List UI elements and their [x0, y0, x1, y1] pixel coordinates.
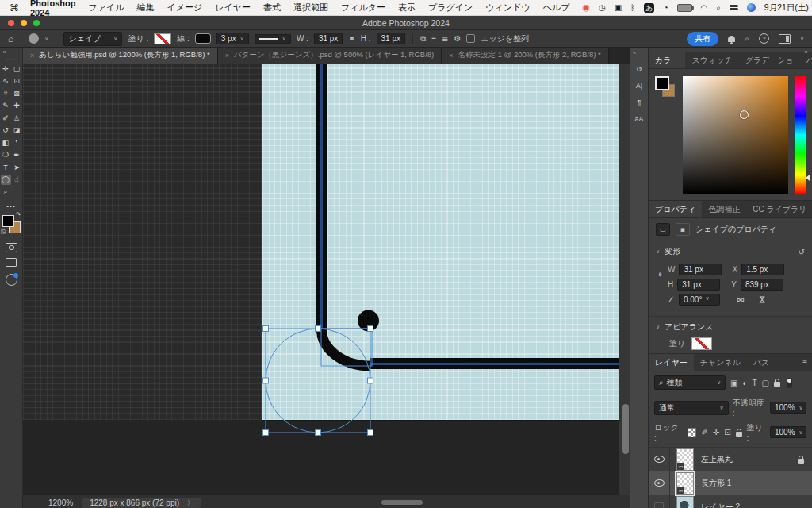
- blur-tool[interactable]: ❜: [12, 137, 22, 148]
- tab-channels[interactable]: チャンネル: [694, 354, 747, 371]
- blend-mode-select[interactable]: 通常 ∨: [654, 401, 729, 415]
- close-tab-icon[interactable]: ×: [30, 52, 34, 60]
- edit-toolbar-icon[interactable]: •••: [6, 202, 15, 210]
- align-edges-checkbox[interactable]: [466, 34, 475, 43]
- appearance-section-chevron-icon[interactable]: ∨: [656, 324, 660, 330]
- input-method-icon[interactable]: あ: [644, 3, 654, 13]
- stroke-swatch[interactable]: [195, 33, 211, 44]
- document-info[interactable]: 1228 px x 866 px (72 ppi) 〉: [82, 498, 201, 508]
- siri-icon[interactable]: [747, 3, 756, 12]
- gradient-tool[interactable]: ◧: [1, 137, 11, 148]
- filter-locked-layers-icon[interactable]: [774, 382, 780, 387]
- filter-toggle-switch[interactable]: [787, 378, 792, 388]
- tab-layers[interactable]: レイヤー: [649, 354, 694, 371]
- path-alignment-icon[interactable]: ≡: [431, 34, 436, 43]
- transform-section-chevron-icon[interactable]: ∨: [656, 248, 660, 255]
- shape-settings-gear-icon[interactable]: ⚙: [454, 34, 461, 43]
- layer-visibility-toggle-empty[interactable]: [654, 502, 664, 508]
- prop-x-input[interactable]: 1.5 px: [741, 264, 784, 275]
- tab-properties[interactable]: プロパティ: [649, 201, 702, 217]
- color-field[interactable]: [683, 76, 788, 194]
- brush-tool[interactable]: ✐: [1, 113, 11, 123]
- tool-mode-select[interactable]: シェイプ ∨: [63, 32, 122, 46]
- control-center-icon[interactable]: [730, 5, 738, 11]
- lock-all-icon[interactable]: [736, 432, 742, 437]
- quick-mask-mode-icon[interactable]: [6, 243, 17, 252]
- prop-width-input[interactable]: 31 px: [679, 264, 722, 275]
- layers-panel-menu-icon[interactable]: ≡: [802, 354, 812, 371]
- foreground-color-swatch[interactable]: [2, 215, 14, 227]
- bluetooth-icon[interactable]: ᛒ: [630, 3, 635, 12]
- layer-thumbnail[interactable]: [676, 496, 694, 508]
- tab-cc-libraries[interactable]: CC ライブラリ: [746, 201, 812, 217]
- lock-position-icon[interactable]: ✛: [713, 428, 719, 437]
- shape-props-icon[interactable]: ▭: [656, 223, 670, 236]
- layer-fill-input[interactable]: 100% ∨: [770, 426, 806, 438]
- tool-preset-chevron-icon[interactable]: ∨: [44, 36, 48, 42]
- vertical-scrollbar-track[interactable]: [619, 64, 630, 495]
- zoom-window-button[interactable]: [33, 20, 40, 26]
- close-tab-icon[interactable]: ×: [449, 52, 453, 60]
- share-button[interactable]: 共有: [687, 32, 718, 46]
- screen-mode-icon[interactable]: [6, 258, 17, 267]
- tab-adjustments[interactable]: 色調補正: [702, 201, 746, 217]
- glyphs-panel-icon[interactable]: aA: [635, 115, 644, 123]
- stroke-type-select[interactable]: ∨: [255, 34, 291, 44]
- workspace-chevron-icon[interactable]: ∨: [800, 36, 804, 42]
- crop-tool[interactable]: ⌗: [1, 88, 11, 98]
- doc-tab-3[interactable]: × 名称未設定 1 @ 200% (長方形 2, RGB/8) *: [442, 48, 608, 64]
- search-icon[interactable]: ⌕: [745, 34, 749, 44]
- object-selection-tool[interactable]: ⊡: [12, 76, 22, 87]
- zoom-level-input[interactable]: 1200%: [48, 498, 73, 507]
- layer-row-kurumaru[interactable]: ▭ 左上黒丸: [649, 448, 812, 471]
- lock-paint-icon[interactable]: ✐: [701, 428, 707, 437]
- prop-height-input[interactable]: 31 px: [677, 279, 720, 291]
- layer-name[interactable]: 長方形 1: [701, 478, 812, 489]
- layer-visibility-eye-icon[interactable]: [654, 456, 665, 463]
- layer-visibility-eye-icon[interactable]: [654, 479, 665, 487]
- status-arrow-icon[interactable]: 〉: [187, 498, 193, 507]
- hand-tool[interactable]: ☝: [12, 175, 22, 185]
- menu-bar-clock[interactable]: 9月21日(土) 13:47: [764, 2, 812, 13]
- home-icon[interactable]: ⌂: [8, 33, 13, 44]
- layer-thumbnail[interactable]: ▭: [676, 472, 694, 495]
- layer-filter-select[interactable]: ⌕ 種類 ∨: [654, 375, 726, 390]
- tab-swatches[interactable]: スウォッチ: [685, 52, 738, 68]
- eyedropper-tool[interactable]: ✎: [1, 101, 11, 111]
- doc-tab-2[interactable]: × パターン（黒ジーンズ）.psd @ 500% (レイヤー 1, RGB/8): [218, 48, 442, 64]
- shape-height-input[interactable]: 31 px: [377, 33, 405, 44]
- layer-name[interactable]: 左上黒丸: [701, 454, 798, 465]
- horizontal-scrollbar-thumb[interactable]: [381, 500, 423, 505]
- paragraph-panel-icon[interactable]: ¶: [638, 98, 642, 106]
- history-brush-tool[interactable]: ↺: [1, 125, 11, 136]
- help-icon[interactable]: ?: [759, 33, 769, 44]
- layer-row-layer-2[interactable]: レイヤー 2: [649, 495, 812, 508]
- frame-tool[interactable]: ⊠: [12, 88, 22, 98]
- mask-props-icon[interactable]: ◙: [676, 223, 690, 236]
- transform-handles[interactable]: [263, 325, 373, 435]
- doc-tab-1[interactable]: × あしらい勉強用.psd @ 1200% (長方形 1, RGB/8) *: [23, 48, 218, 64]
- hue-slider-marker[interactable]: [806, 175, 810, 181]
- marquee-tool[interactable]: ▢: [12, 64, 22, 74]
- hue-slider[interactable]: [795, 76, 806, 194]
- color-picker-ring[interactable]: [740, 110, 749, 119]
- prop-y-input[interactable]: 839 px: [741, 279, 783, 291]
- history-panel-icon[interactable]: ↺: [636, 65, 642, 73]
- foreground-color-swatch-panel[interactable]: [655, 76, 669, 90]
- layer-name[interactable]: レイヤー 2: [701, 502, 812, 508]
- lock-artboard-icon[interactable]: ⊡: [724, 428, 730, 437]
- filter-type-layers-icon[interactable]: T: [753, 379, 757, 387]
- path-arrangement-icon[interactable]: ≣: [442, 34, 448, 43]
- stroke-width-select[interactable]: 3 px ∨: [216, 33, 249, 44]
- swap-colors-icon[interactable]: ↷: [16, 211, 21, 218]
- shape-width-input[interactable]: 31 px: [314, 33, 343, 44]
- rotation-angle-input[interactable]: 0.00° ∨: [679, 294, 720, 306]
- filter-adjustment-layers-icon[interactable]: ◐: [742, 379, 747, 387]
- screen-record-icon[interactable]: ◉: [582, 2, 590, 13]
- reset-transform-icon[interactable]: ↺: [799, 248, 805, 256]
- layer-row-rectangle-1[interactable]: ▭ 長方形 1: [649, 471, 812, 495]
- tab-paths[interactable]: パス: [747, 354, 776, 371]
- wifi-icon[interactable]: ◠: [701, 3, 708, 12]
- clone-stamp-tool[interactable]: ♙: [12, 113, 22, 123]
- eraser-tool[interactable]: ◪: [12, 125, 22, 136]
